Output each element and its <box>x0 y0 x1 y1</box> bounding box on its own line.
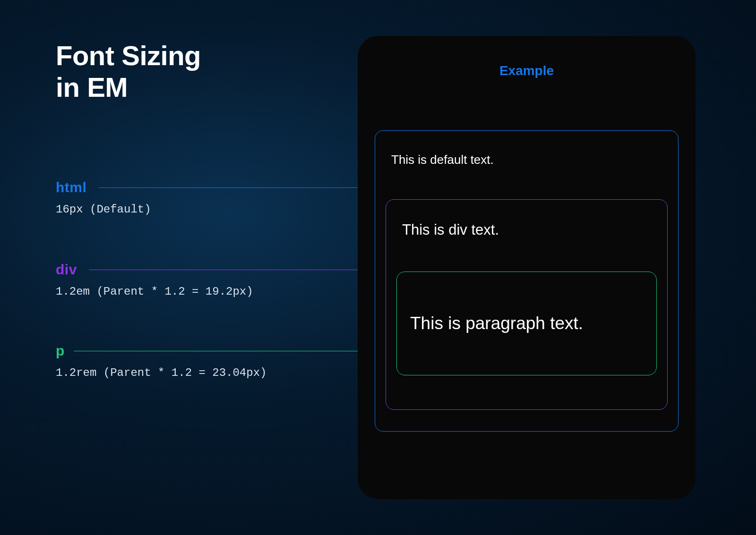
legend-item-p: p 1.2rem (Parent * 1.2 = 23.04px) <box>56 343 266 379</box>
example-box-p: This is paragraph text. <box>396 272 657 375</box>
legend-desc-p: 1.2rem (Parent * 1.2 = 23.04px) <box>56 366 266 379</box>
legend-tag-div: div <box>56 262 253 278</box>
example-text-html: This is default text. <box>386 144 668 167</box>
legend-item-div: div 1.2em (Parent * 1.2 = 19.2px) <box>56 262 253 298</box>
legend-desc-html: 16px (Default) <box>56 203 151 216</box>
title-line-1: Font Sizing <box>56 40 201 71</box>
legend-desc-div: 1.2em (Parent * 1.2 = 19.2px) <box>56 285 253 298</box>
legend-item-html: html 16px (Default) <box>56 179 151 216</box>
example-heading: Example <box>375 63 679 78</box>
title-line-2: in EM <box>56 72 128 102</box>
example-text-div: This is div text. <box>396 213 657 238</box>
example-box-html: This is default text. This is div text. … <box>375 130 679 432</box>
page-title: Font Sizing in EM <box>56 40 201 103</box>
example-text-p: This is paragraph text. <box>409 314 584 333</box>
example-box-div: This is div text. This is paragraph text… <box>386 199 668 410</box>
example-panel: Example This is default text. This is di… <box>358 36 696 499</box>
legend-tag-html: html <box>56 179 151 195</box>
legend-tag-p: p <box>56 343 266 359</box>
